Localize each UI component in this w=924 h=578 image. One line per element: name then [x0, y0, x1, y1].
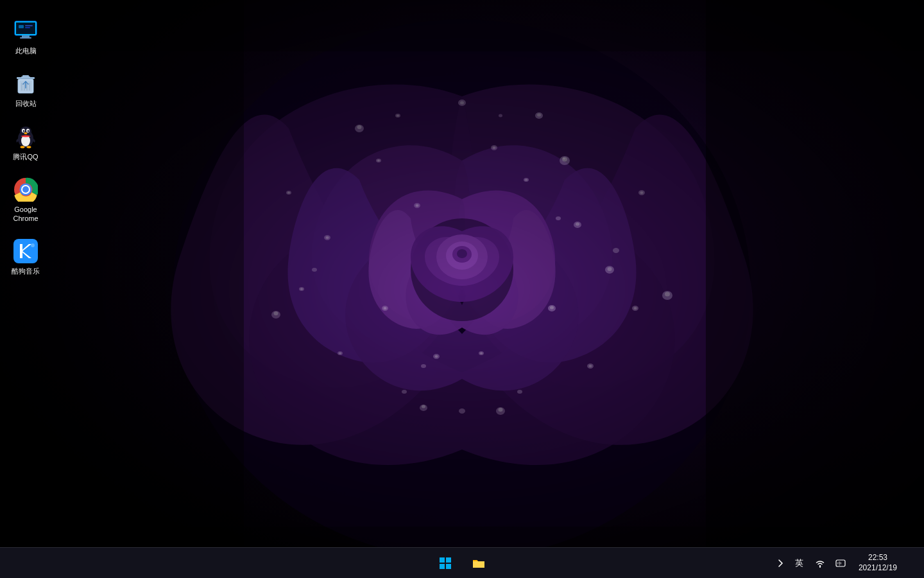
system-tray: 英 中	[791, 552, 916, 574]
svg-rect-71	[0, 0, 924, 51]
svg-rect-110	[446, 564, 451, 569]
start-button[interactable]	[430, 548, 461, 579]
svg-rect-89	[21, 76, 30, 78]
svg-point-95	[23, 130, 25, 132]
svg-rect-108	[446, 557, 451, 563]
recycle-bin-label: 回收站	[15, 99, 37, 108]
notification-button[interactable]	[906, 554, 916, 572]
google-chrome-label: Google Chrome	[3, 205, 49, 223]
tencent-qq-label: 腾讯QQ	[13, 152, 38, 161]
desktop: 此电脑	[0, 0, 924, 578]
desktop-icon-tencent-qq[interactable]: 腾讯QQ	[0, 119, 51, 166]
taskbar-center	[430, 548, 494, 579]
svg-rect-75	[22, 35, 30, 37]
tencent-qq-icon	[13, 124, 38, 150]
desktop-icon-kuwo-music[interactable]: 酷狗音乐	[0, 233, 51, 281]
svg-rect-80	[25, 27, 30, 28]
svg-point-99	[27, 146, 31, 148]
taskbar: 英 中	[0, 547, 924, 578]
desktop-icons-container: 此电脑	[0, 6, 51, 293]
svg-point-97	[24, 132, 28, 134]
desktop-icon-google-chrome[interactable]: Google Chrome	[0, 171, 51, 229]
desktop-icon-recycle-bin[interactable]: 回收站	[0, 66, 51, 113]
svg-rect-104	[13, 239, 38, 263]
clock-time: 22:53	[868, 553, 887, 563]
show-hidden-icons-button[interactable]	[773, 556, 788, 571]
taskbar-right: 英 中	[773, 552, 924, 574]
svg-point-96	[28, 130, 30, 132]
wallpaper	[0, 0, 924, 578]
svg-point-98	[21, 146, 25, 148]
svg-rect-79	[25, 25, 33, 26]
kuwo-music-icon	[13, 238, 38, 264]
svg-rect-70	[706, 0, 924, 578]
svg-point-111	[819, 565, 821, 566]
svg-rect-109	[440, 564, 445, 569]
this-pc-label: 此电脑	[15, 46, 37, 55]
svg-rect-107	[440, 557, 445, 563]
clock-area[interactable]: 22:53 2021/12/19	[853, 552, 902, 574]
svg-rect-76	[20, 37, 31, 39]
this-pc-icon	[13, 18, 38, 44]
svg-point-106	[31, 243, 35, 247]
network-icon[interactable]	[811, 554, 829, 572]
svg-rect-78	[19, 25, 24, 28]
ime-icon[interactable]: 中	[832, 554, 850, 572]
clock-date: 2021/12/19	[859, 563, 897, 574]
tray-icons: 英 中	[791, 554, 850, 572]
svg-text:中: 中	[837, 561, 842, 566]
desktop-icon-this-pc[interactable]: 此电脑	[0, 13, 51, 60]
file-explorer-button[interactable]	[463, 548, 494, 579]
recycle-bin-icon	[13, 71, 38, 96]
kuwo-music-label: 酷狗音乐	[12, 267, 40, 276]
svg-point-103	[22, 186, 29, 193]
google-chrome-icon	[13, 177, 38, 202]
svg-rect-105	[20, 244, 22, 258]
language-indicator[interactable]: 英	[791, 554, 809, 572]
